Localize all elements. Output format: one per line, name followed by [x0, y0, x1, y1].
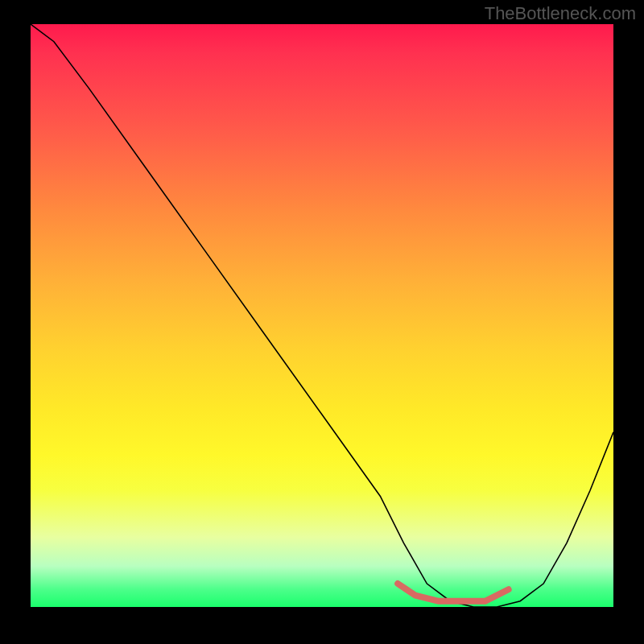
chart-svg	[31, 24, 613, 607]
highlight-curve	[398, 584, 509, 601]
main-curve	[31, 24, 613, 607]
watermark-text: TheBottleneck.com	[485, 3, 636, 24]
chart-plot-area	[31, 24, 613, 607]
